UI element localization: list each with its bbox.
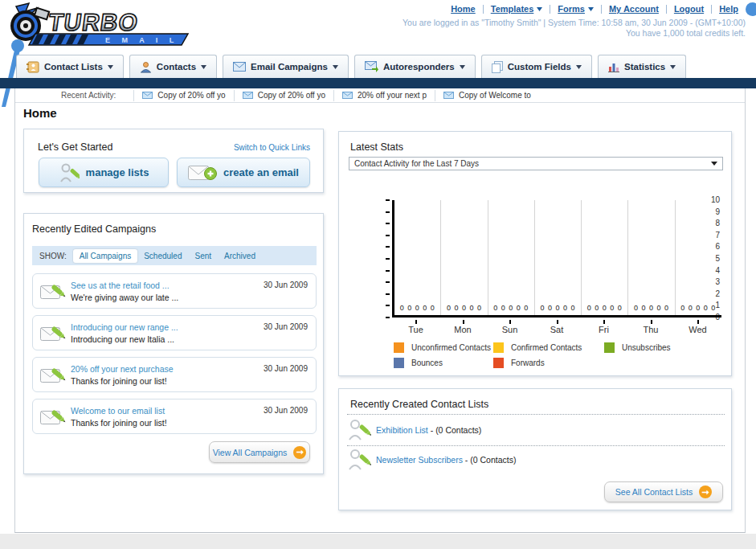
campaign-title-link[interactable]: Introducing our new range ... — [71, 322, 178, 332]
envelope-pencil-icon — [40, 406, 66, 428]
tab-contacts[interactable]: Contacts — [129, 55, 217, 78]
zero-values-label: 0 0 0 0 0 — [441, 304, 487, 312]
person-icon — [140, 61, 152, 73]
tick-mark — [386, 199, 390, 201]
filter-scheduled[interactable]: Scheduled — [137, 249, 188, 263]
campaign-row[interactable]: Introducing our new range ... Introducin… — [32, 315, 317, 350]
contact-list-link[interactable]: Newsletter Subscribers — [376, 455, 463, 465]
nav-link-forms[interactable]: Forms — [550, 4, 601, 14]
recent-activity-item[interactable]: Copy of 20% off yo — [133, 90, 233, 101]
switch-quick-links-link[interactable]: Switch to Quick Links — [234, 143, 310, 152]
chart-day-column: 0 0 0 0 0 — [488, 200, 535, 315]
chevron-down-icon — [537, 7, 542, 11]
nav-link-logout[interactable]: Logout — [667, 4, 711, 14]
campaign-title-link[interactable]: Welcome to our email list — [71, 406, 165, 416]
chevron-down-icon — [670, 65, 676, 69]
campaign-date: 30 Jun 2009 — [264, 406, 308, 415]
campaign-date: 30 Jun 2009 — [264, 322, 308, 331]
zero-values-label: 0 0 0 0 0 — [676, 304, 721, 312]
latest-stats-panel: Latest Stats Contact Activity for the La… — [338, 131, 732, 376]
x-axis-label: Sat — [533, 325, 581, 334]
chart-day-column: 0 0 0 0 0 — [676, 200, 721, 315]
recent-activity-item[interactable]: Copy of Welcome to — [435, 90, 539, 101]
campaign-title-link[interactable]: See us at the retail food ... — [71, 281, 170, 290]
tick-mark — [651, 320, 652, 324]
create-email-button[interactable]: create an email — [177, 158, 310, 187]
envelope-icon — [233, 62, 246, 72]
legend-swatch — [604, 342, 615, 353]
tab-email-campaigns[interactable]: Email Campaigns — [223, 55, 349, 78]
tick-mark — [463, 320, 464, 324]
login-line: You are logged in as "Timothy Smith" | S… — [403, 18, 746, 28]
tick-mark — [557, 320, 558, 324]
chart-day-column: 0 0 0 0 0 — [394, 200, 441, 315]
campaign-subtitle: We're giving away our late ... — [71, 293, 178, 302]
envelope-pencil-icon — [40, 322, 66, 344]
chevron-down-icon — [576, 65, 582, 69]
contact-list-link[interactable]: Exhibition List — [376, 425, 428, 435]
turbo-email-logo: TURBO E M A I L — [5, 2, 198, 47]
x-axis-label: Fri — [580, 325, 627, 334]
tick-mark — [386, 293, 390, 295]
x-axis-label: Wed — [674, 325, 721, 334]
tab-statistics[interactable]: Statistics — [598, 55, 686, 78]
campaign-row[interactable]: Welcome to our email list Thanks for joi… — [32, 399, 317, 434]
campaign-date: 30 Jun 2009 — [264, 281, 308, 289]
content-area: Recent Activity: Copy of 20% off yo Copy… — [14, 88, 746, 533]
tick-mark — [509, 320, 511, 324]
legend-swatch — [493, 358, 504, 368]
contact-list-item[interactable]: Newsletter Subscribers - (0 Contacts) — [347, 448, 371, 472]
tab-autoresponders[interactable]: Autoresponders — [354, 55, 476, 78]
recent-activity-item[interactable]: Copy of 20% off yo — [234, 90, 333, 101]
credits-line: You have 1,000 total credits left. — [403, 28, 746, 39]
view-all-campaigns-button[interactable]: View All Campaigns ➞ — [209, 441, 310, 463]
svg-text:TURBO: TURBO — [47, 9, 140, 35]
divider — [347, 445, 725, 446]
header-nav: Home Templates Forms My Account Logout H… — [443, 4, 746, 14]
recent-activity-item[interactable]: 20% off your next p — [333, 90, 435, 101]
campaigns-filter-bar: SHOW: All Campaigns Scheduled Sent Archi… — [32, 246, 317, 265]
legend-unconfirmed-contacts: Unconfirmed Contacts — [394, 342, 491, 353]
x-axis-label: Mon — [439, 325, 487, 334]
bar-chart-icon — [608, 61, 619, 72]
person-pencil-icon — [347, 448, 371, 472]
see-all-contact-lists-button[interactable]: See All Contact Lists ➞ — [604, 481, 723, 502]
nav-link-help[interactable]: Help — [712, 4, 746, 14]
stats-report-select[interactable]: Contact Activity for the Last 7 Days — [349, 157, 723, 170]
contact-list-item[interactable]: Exhibition List - (0 Contacts) — [347, 418, 371, 442]
tick-mark — [386, 270, 390, 272]
x-axis-label: Sun — [486, 325, 533, 334]
legend-forwards: Forwards — [493, 358, 545, 368]
legend-swatch — [394, 358, 404, 368]
nav-link-home[interactable]: Home — [443, 4, 483, 14]
manage-lists-button[interactable]: manage lists — [39, 158, 169, 187]
chart-day-column: 0 0 0 0 0 — [441, 200, 488, 315]
filter-sent[interactable]: Sent — [188, 249, 218, 263]
zero-values-label: 0 0 0 0 0 — [628, 304, 674, 312]
envelope-icon — [443, 92, 454, 99]
contact-lists-title: Recently Created Contact Lists — [350, 399, 488, 410]
navy-divider-bar — [0, 78, 756, 88]
campaign-row[interactable]: See us at the retail food ... We're givi… — [32, 273, 317, 309]
campaign-title-link[interactable]: 20% off your next purchase — [71, 364, 174, 374]
chart-day-column: 0 0 0 0 0 — [582, 200, 628, 315]
zero-values-label: 0 0 0 0 0 — [488, 304, 534, 312]
chart-day-column: 0 0 0 0 0 — [535, 200, 582, 315]
divider — [347, 414, 725, 415]
campaign-subtitle: Thanks for joining our list! — [71, 418, 167, 428]
tab-custom-fields[interactable]: Custom Fields — [481, 55, 592, 78]
nav-link-my-account[interactable]: My Account — [602, 4, 666, 14]
tick-mark — [386, 246, 390, 248]
filter-all-campaigns[interactable]: All Campaigns — [73, 249, 137, 263]
login-info: You are logged in as "Timothy Smith" | S… — [403, 18, 746, 38]
contact-card-icon — [27, 61, 39, 73]
envelope-icon — [342, 92, 353, 99]
filter-archived[interactable]: Archived — [218, 249, 262, 263]
latest-stats-title: Latest Stats — [350, 141, 403, 153]
campaign-row[interactable]: 20% off your next purchase Thanks for jo… — [32, 357, 317, 392]
nav-link-templates[interactable]: Templates — [484, 4, 550, 14]
tick-mark — [415, 320, 417, 324]
tab-contact-lists[interactable]: Contact Lists — [16, 55, 124, 78]
tick-mark — [386, 305, 390, 306]
contact-activity-chart: 0 0 0 0 0 0 0 0 0 0 0 0 0 0 0 0 0 0 0 0 … — [392, 200, 721, 318]
